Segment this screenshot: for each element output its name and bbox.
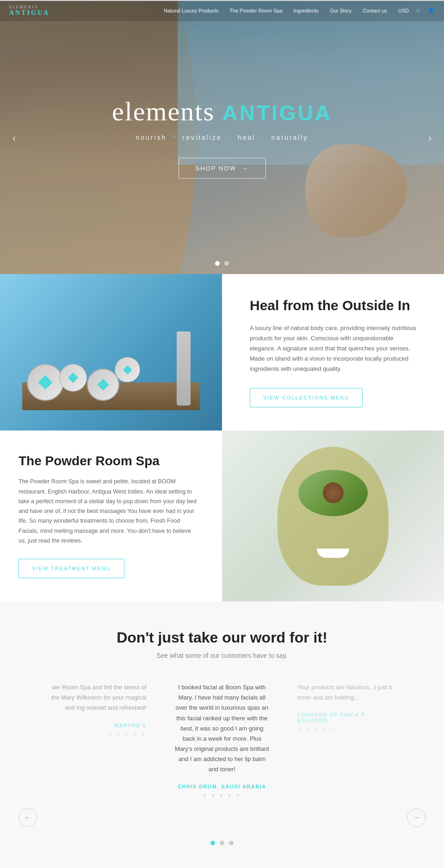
heal-section: Heal from the Outside In A luxury line o… (0, 274, 444, 431)
hero-content: elements ANTIGUA nourish * revitalize * … (83, 97, 361, 179)
testimonials-heading: Don't just take our word for it! (0, 629, 444, 646)
logo[interactable]: elements ANTIGUA (9, 5, 49, 17)
hero-title-accent: ANTIGUA (222, 101, 333, 125)
hero-title-plain: elements (112, 96, 215, 126)
testimonial-stars-center: ★ ★ ★ ★ ★ (174, 792, 270, 799)
hero-dot-1[interactable] (215, 261, 220, 266)
testimonials-track: der Room Spa and felt the stress of the … (0, 682, 444, 799)
nav-link-story[interactable]: Our Story (330, 7, 352, 14)
view-collections-label: VIEW COLLECTIONS MENU (263, 395, 349, 400)
product-tin-4 (115, 357, 140, 382)
logo-top: elements (9, 5, 49, 9)
testimonial-dot-1[interactable] (210, 841, 215, 845)
avocado-half (298, 470, 368, 516)
smile-detail (317, 549, 349, 558)
diamond-icon-3 (97, 379, 109, 391)
testimonial-text-center: I booked facial at Boom Spa with Mary. I… (174, 682, 270, 774)
face-mask-overlay (278, 447, 388, 586)
testimonial-dot-2[interactable] (220, 841, 224, 845)
testimonial-stars-left: ★ ★ ★ ★ ★ (51, 731, 147, 738)
testimonial-author-left: MARTHA'S (51, 723, 147, 728)
currency-selector[interactable]: USD (398, 8, 409, 13)
nav-link-products[interactable]: Natural Luxury Products (164, 7, 218, 14)
spa-heading: The Powder Room Spa (18, 454, 199, 468)
testimonial-next-button[interactable]: → (407, 808, 426, 827)
spa-avocado-bg (222, 431, 444, 601)
products-visual (22, 294, 200, 410)
hero-title: elements ANTIGUA (83, 97, 361, 126)
heal-heading: Heal from the Outside In (250, 297, 421, 314)
testimonial-stars-right: ★ ★ ★ ★ ★ (297, 726, 393, 733)
product-tin-2 (59, 364, 87, 392)
products-image (0, 274, 222, 431)
testimonial-author-center: CHRIS DRUM, SAUDI ARABIA (174, 784, 270, 789)
testimonial-prev-button[interactable]: ← (18, 808, 37, 827)
testimonial-item-right: Your products are fabulous...I just b to… (284, 682, 407, 733)
next-arrow-icon: → (413, 813, 420, 822)
testimonials-subtitle: See what some of our customers have to s… (0, 652, 444, 659)
nav-right: USD 🛒 👤 (398, 8, 435, 14)
testimonial-nav: ← → (0, 799, 444, 827)
view-treatment-label: VIEW TREATMENT MENU (32, 566, 111, 571)
testimonials-wrapper: der Room Spa and felt the stress of the … (0, 682, 444, 827)
hero-prev-button[interactable]: ‹ (7, 125, 21, 150)
avocado-seed (323, 482, 344, 503)
testimonial-author-right: FOUNDER OF FINCA P ECUADOR (297, 712, 393, 723)
testimonial-dot-3[interactable] (229, 841, 234, 845)
logo-main: ANTIGUA (9, 9, 49, 17)
heal-body: A luxury line of natural body care, prov… (250, 323, 421, 374)
product-tin-3 (87, 368, 119, 401)
diamond-icon-1 (38, 375, 52, 390)
cart-icon[interactable]: 🛒 (415, 8, 422, 14)
spa-section: The Powder Room Spa The Powder Room Spa … (0, 431, 444, 601)
testimonial-item-center: I booked facial at Boom Spa with Mary. I… (160, 682, 284, 799)
hero-subtitle: nourish * revitalize * heal * naturally (83, 133, 361, 141)
testimonial-dots (0, 841, 444, 845)
diamond-icon-4 (123, 365, 132, 375)
testimonial-text-left: der Room Spa and felt the stress of the … (51, 682, 147, 713)
hero-dots (215, 261, 229, 266)
user-icon[interactable]: 👤 (428, 8, 435, 14)
arrow-icon: → (242, 164, 249, 171)
nav-link-spa[interactable]: The Powder Room Spa (229, 7, 282, 14)
view-collections-button[interactable]: VIEW COLLECTIONS MENU (250, 388, 363, 407)
spa-text-col: The Powder Room Spa The Powder Room Spa … (0, 431, 222, 601)
product-spray-bottle (177, 331, 191, 406)
navbar: elements ANTIGUA Natural Luxury Products… (0, 0, 444, 21)
testimonials-section: Don't just take our word for it! See wha… (0, 601, 444, 868)
nav-link-contact[interactable]: Contact us (363, 7, 387, 14)
prev-arrow-icon: ← (24, 813, 31, 822)
shop-now-label: SHOP NOW (196, 164, 236, 171)
testimonial-text-right: Your products are fabulous...I just b to… (297, 682, 393, 703)
nav-links: Natural Luxury Products The Powder Room … (164, 7, 387, 14)
hero-dot-2[interactable] (224, 261, 229, 266)
product-tin-1 (27, 364, 64, 401)
hero-section: elements ANTIGUA nourish * revitalize * … (0, 1, 444, 274)
nav-link-ingredients[interactable]: Ingredients (294, 7, 319, 14)
view-treatment-button[interactable]: VIEW TREATMENT MENU (18, 559, 124, 578)
testimonial-item-left: der Room Spa and felt the stress of the … (37, 682, 160, 737)
shop-now-button[interactable]: SHOP NOW → (179, 157, 266, 178)
spa-body: The Powder Room Spa is sweet and petite,… (18, 477, 199, 546)
diamond-icon-2 (68, 373, 79, 383)
heal-text-col: Heal from the Outside In A luxury line o… (222, 274, 444, 431)
face-with-mask (278, 447, 388, 586)
spa-image-col (222, 431, 444, 601)
hero-next-button[interactable]: › (423, 125, 437, 150)
